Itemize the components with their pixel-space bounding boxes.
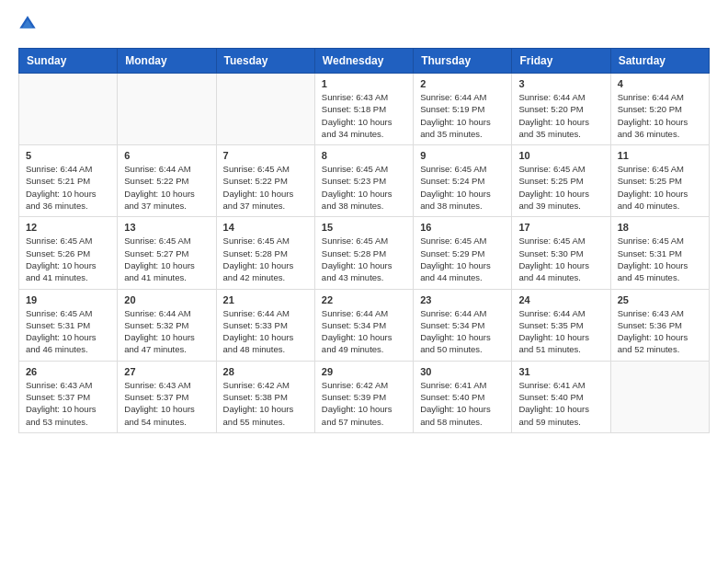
calendar-cell: 12Sunrise: 6:45 AM Sunset: 5:26 PM Dayli… (19, 217, 118, 289)
day-info: Sunrise: 6:45 AM Sunset: 5:25 PM Dayligh… (518, 163, 603, 212)
calendar-cell: 14Sunrise: 6:45 AM Sunset: 5:28 PM Dayli… (216, 217, 314, 289)
calendar-cell: 26Sunrise: 6:43 AM Sunset: 5:37 PM Dayli… (19, 361, 118, 432)
day-info: Sunrise: 6:43 AM Sunset: 5:37 PM Dayligh… (26, 379, 110, 428)
calendar-cell (216, 74, 314, 145)
day-number: 13 (124, 222, 209, 233)
day-info: Sunrise: 6:43 AM Sunset: 5:36 PM Dayligh… (618, 307, 702, 356)
day-info: Sunrise: 6:45 AM Sunset: 5:30 PM Dayligh… (518, 235, 603, 283)
weekday-header: Sunday (19, 49, 118, 74)
weekday-header: Friday (512, 49, 610, 74)
day-number: 19 (26, 294, 110, 305)
day-info: Sunrise: 6:44 AM Sunset: 5:34 PM Dayligh… (420, 307, 505, 356)
calendar-cell: 9Sunrise: 6:45 AM Sunset: 5:24 PM Daylig… (414, 145, 512, 217)
calendar-cell: 10Sunrise: 6:45 AM Sunset: 5:25 PM Dayli… (512, 145, 610, 217)
calendar-cell (19, 74, 118, 145)
day-info: Sunrise: 6:45 AM Sunset: 5:28 PM Dayligh… (223, 235, 308, 283)
calendar-cell: 21Sunrise: 6:44 AM Sunset: 5:33 PM Dayli… (216, 289, 314, 361)
weekday-header: Saturday (610, 49, 709, 74)
day-info: Sunrise: 6:42 AM Sunset: 5:38 PM Dayligh… (223, 379, 308, 428)
calendar-cell: 24Sunrise: 6:44 AM Sunset: 5:35 PM Dayli… (512, 289, 610, 361)
day-number: 16 (420, 222, 505, 233)
calendar-cell: 28Sunrise: 6:42 AM Sunset: 5:38 PM Dayli… (216, 361, 314, 432)
calendar-cell (610, 361, 709, 432)
calendar-week-row: 1Sunrise: 6:43 AM Sunset: 5:18 PM Daylig… (19, 74, 710, 145)
day-number: 25 (618, 294, 702, 305)
day-number: 14 (223, 222, 308, 233)
weekday-header: Monday (118, 49, 216, 74)
day-info: Sunrise: 6:41 AM Sunset: 5:40 PM Dayligh… (420, 379, 505, 428)
calendar-cell (118, 74, 216, 145)
day-info: Sunrise: 6:45 AM Sunset: 5:31 PM Dayligh… (26, 307, 110, 356)
day-info: Sunrise: 6:45 AM Sunset: 5:25 PM Dayligh… (618, 163, 702, 212)
calendar-cell: 7Sunrise: 6:45 AM Sunset: 5:22 PM Daylig… (216, 145, 314, 217)
day-number: 2 (420, 78, 505, 89)
calendar-cell: 8Sunrise: 6:45 AM Sunset: 5:23 PM Daylig… (314, 145, 413, 217)
day-info: Sunrise: 6:45 AM Sunset: 5:24 PM Dayligh… (420, 163, 505, 212)
day-number: 26 (26, 366, 110, 377)
day-info: Sunrise: 6:45 AM Sunset: 5:27 PM Dayligh… (124, 235, 209, 283)
calendar-cell: 29Sunrise: 6:42 AM Sunset: 5:39 PM Dayli… (314, 361, 413, 432)
day-info: Sunrise: 6:44 AM Sunset: 5:34 PM Dayligh… (322, 307, 406, 356)
day-number: 21 (223, 294, 308, 305)
calendar-table: SundayMondayTuesdayWednesdayThursdayFrid… (18, 48, 710, 433)
day-number: 11 (618, 150, 702, 161)
calendar-cell: 30Sunrise: 6:41 AM Sunset: 5:40 PM Dayli… (414, 361, 512, 432)
weekday-header: Tuesday (216, 49, 314, 74)
day-number: 7 (223, 150, 308, 161)
day-info: Sunrise: 6:44 AM Sunset: 5:20 PM Dayligh… (618, 91, 702, 140)
header (18, 15, 710, 37)
day-number: 15 (322, 222, 406, 233)
day-info: Sunrise: 6:44 AM Sunset: 5:20 PM Dayligh… (518, 91, 603, 140)
calendar-cell: 4Sunrise: 6:44 AM Sunset: 5:20 PM Daylig… (610, 74, 709, 145)
day-info: Sunrise: 6:43 AM Sunset: 5:37 PM Dayligh… (124, 379, 209, 428)
day-number: 1 (322, 78, 406, 89)
calendar-cell: 17Sunrise: 6:45 AM Sunset: 5:30 PM Dayli… (512, 217, 610, 289)
day-info: Sunrise: 6:44 AM Sunset: 5:19 PM Dayligh… (420, 91, 505, 140)
calendar-cell: 31Sunrise: 6:41 AM Sunset: 5:40 PM Dayli… (512, 361, 610, 432)
calendar-cell: 16Sunrise: 6:45 AM Sunset: 5:29 PM Dayli… (414, 217, 512, 289)
day-info: Sunrise: 6:45 AM Sunset: 5:28 PM Dayligh… (322, 235, 406, 283)
day-info: Sunrise: 6:44 AM Sunset: 5:21 PM Dayligh… (26, 163, 110, 212)
day-number: 20 (124, 294, 209, 305)
calendar-cell: 13Sunrise: 6:45 AM Sunset: 5:27 PM Dayli… (118, 217, 216, 289)
day-info: Sunrise: 6:44 AM Sunset: 5:32 PM Dayligh… (124, 307, 209, 356)
calendar-week-row: 26Sunrise: 6:43 AM Sunset: 5:37 PM Dayli… (19, 361, 710, 432)
day-info: Sunrise: 6:41 AM Sunset: 5:40 PM Dayligh… (518, 379, 603, 428)
calendar-cell: 3Sunrise: 6:44 AM Sunset: 5:20 PM Daylig… (512, 74, 610, 145)
calendar-week-row: 19Sunrise: 6:45 AM Sunset: 5:31 PM Dayli… (19, 289, 710, 361)
day-number: 12 (26, 222, 110, 233)
calendar-cell: 5Sunrise: 6:44 AM Sunset: 5:21 PM Daylig… (19, 145, 118, 217)
day-info: Sunrise: 6:45 AM Sunset: 5:22 PM Dayligh… (223, 163, 308, 212)
day-number: 5 (26, 150, 110, 161)
day-info: Sunrise: 6:44 AM Sunset: 5:33 PM Dayligh… (223, 307, 308, 356)
day-number: 31 (518, 366, 603, 377)
day-info: Sunrise: 6:42 AM Sunset: 5:39 PM Dayligh… (322, 379, 406, 428)
day-number: 30 (420, 366, 505, 377)
day-info: Sunrise: 6:44 AM Sunset: 5:35 PM Dayligh… (518, 307, 603, 356)
calendar-cell: 6Sunrise: 6:44 AM Sunset: 5:22 PM Daylig… (118, 145, 216, 217)
day-info: Sunrise: 6:43 AM Sunset: 5:18 PM Dayligh… (322, 91, 406, 140)
calendar-cell: 22Sunrise: 6:44 AM Sunset: 5:34 PM Dayli… (314, 289, 413, 361)
day-number: 4 (618, 78, 702, 89)
day-info: Sunrise: 6:45 AM Sunset: 5:29 PM Dayligh… (420, 235, 505, 283)
weekday-header-row: SundayMondayTuesdayWednesdayThursdayFrid… (19, 49, 710, 74)
day-number: 27 (124, 366, 209, 377)
day-number: 9 (420, 150, 505, 161)
calendar-cell: 18Sunrise: 6:45 AM Sunset: 5:31 PM Dayli… (610, 217, 709, 289)
day-info: Sunrise: 6:45 AM Sunset: 5:31 PM Dayligh… (618, 235, 702, 283)
day-number: 3 (518, 78, 603, 89)
calendar-cell: 11Sunrise: 6:45 AM Sunset: 5:25 PM Dayli… (610, 145, 709, 217)
calendar-cell: 25Sunrise: 6:43 AM Sunset: 5:36 PM Dayli… (610, 289, 709, 361)
page-container: SundayMondayTuesdayWednesdayThursdayFrid… (0, 0, 728, 452)
day-number: 17 (518, 222, 603, 233)
weekday-header: Wednesday (314, 49, 413, 74)
calendar-week-row: 12Sunrise: 6:45 AM Sunset: 5:26 PM Dayli… (19, 217, 710, 289)
calendar-cell: 15Sunrise: 6:45 AM Sunset: 5:28 PM Dayli… (314, 217, 413, 289)
calendar-cell: 27Sunrise: 6:43 AM Sunset: 5:37 PM Dayli… (118, 361, 216, 432)
day-number: 6 (124, 150, 209, 161)
day-number: 22 (322, 294, 406, 305)
day-info: Sunrise: 6:44 AM Sunset: 5:22 PM Dayligh… (124, 163, 209, 212)
day-number: 29 (322, 366, 406, 377)
calendar-cell: 1Sunrise: 6:43 AM Sunset: 5:18 PM Daylig… (314, 74, 413, 145)
day-number: 24 (518, 294, 603, 305)
